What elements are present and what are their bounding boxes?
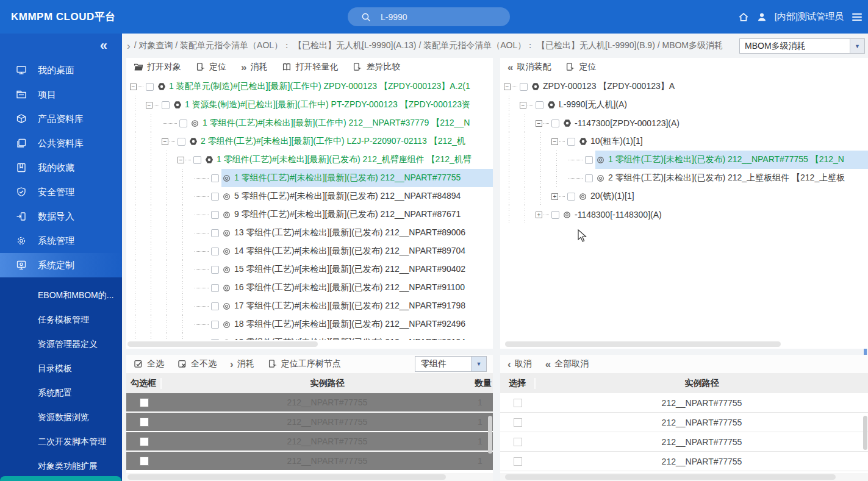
toolbar-button[interactable]: 定位工序树节点 [268, 358, 341, 369]
tree-node-content[interactable]: 17 零组件(工艺)#[未检出][最新](已发布) 212__NPART#917… [221, 297, 493, 315]
global-search[interactable] [348, 7, 510, 26]
node-label[interactable]: 2 零组件(工艺)#[未检出][最新](工作中) LZJ-P-220907-02… [201, 136, 465, 147]
toolbar-button[interactable]: 定位 [196, 62, 226, 73]
node-checkbox[interactable] [211, 339, 219, 341]
tree-row[interactable]: 15 零组件(工艺)#[未检出][最新](已发布) 212__NPART#904… [130, 260, 493, 279]
row-checkbox[interactable] [140, 437, 149, 446]
table-row[interactable]: 212__NPART#77755 [500, 413, 868, 432]
node-label[interactable]: 1 零组件(工艺)#[未检出][最新](已发布) 212__NPART#7775… [234, 173, 461, 183]
current-user-label[interactable]: [内部]测试管理员 [775, 11, 844, 23]
node-checkbox[interactable] [211, 174, 219, 182]
node-checkbox[interactable] [211, 302, 219, 310]
sidebar-subitem-5[interactable]: 资源数据浏览 [0, 405, 122, 430]
tree-row[interactable]: 1 零组件(工艺)#[未检出][最新](工作中) 212__NPART#3777… [130, 114, 493, 132]
tree-node-content[interactable]: 20(铣)(1)[1] [578, 187, 868, 205]
toolbar-button[interactable]: »消耗 [241, 62, 267, 73]
row-checkbox[interactable] [140, 418, 149, 427]
row-checkbox[interactable] [514, 418, 522, 427]
table-row[interactable]: 212__NPART#77755 1 [126, 452, 493, 471]
tree-row[interactable]: + -1148300[-1148300](A) [504, 205, 868, 224]
tree-node-content[interactable]: 1 装配单元(制造)#[已检出][最新](工作中) ZPDY-000123 【Z… [156, 77, 493, 96]
breadcrumb-chevron-icon[interactable]: › [127, 41, 131, 51]
collapse-toggle[interactable]: − [178, 157, 184, 163]
node-label[interactable]: 20(铣)(1)[1] [590, 191, 634, 202]
sidebar-item-7[interactable]: 系统管理 [0, 229, 122, 253]
collapse-toggle[interactable]: − [162, 138, 168, 145]
sidebar-item-5[interactable]: 安全管理 [0, 180, 122, 204]
node-checkbox[interactable] [211, 211, 219, 219]
tree-node-content[interactable]: 18 零组件(工艺)#[未检出][最新](已发布) 212__NPART#924… [221, 315, 493, 333]
tree-row[interactable]: 17 零组件(工艺)#[未检出][最新](已发布) 212__NPART#917… [130, 297, 493, 315]
tree-row[interactable]: 19 零组件(工艺)#[未检出][最新](已发布) 212__NPART#931… [130, 333, 493, 340]
tree-row[interactable]: − 1 零组件(工艺)#[未检出][最新](已发布) 212_机臂座组件 【21… [130, 151, 493, 169]
sidebar-subitem-4[interactable]: 系统配置 [0, 381, 122, 405]
table-row[interactable]: 212__NPART#77755 [500, 432, 868, 452]
tree-node-content[interactable]: 1 零组件(工艺)#[未检出][最新](已发布) 212__NPART#7775… [221, 169, 493, 187]
tree-node-content[interactable]: 13 零组件(工艺)#[未检出][最新](已发布) 212__NPART#890… [221, 224, 493, 242]
row-checkbox[interactable] [140, 398, 149, 407]
table-row[interactable]: 212__NPART#77755 [500, 393, 868, 413]
tree-node-content[interactable]: 10(粗车)(1)[1] [578, 132, 868, 151]
sidebar-item-4[interactable]: 我的收藏 [0, 155, 122, 180]
left-table-vscrollbar[interactable] [488, 416, 492, 454]
tree-row[interactable]: 13 零组件(工艺)#[未检出][最新](已发布) 212__NPART#890… [130, 224, 493, 242]
sidebar-item-0[interactable]: 我的桌面 [0, 58, 122, 82]
tree-row[interactable]: 16 零组件(工艺)#[未检出][最新](已发布) 212__NPART#911… [130, 279, 493, 297]
node-checkbox[interactable] [211, 321, 219, 329]
object-type-dropdown[interactable]: 零组件 ▼ [415, 356, 487, 372]
sidebar-subitem-0[interactable]: EBOM和MBOM的... [0, 283, 122, 308]
sidebar-subitem-7[interactable]: 对象类功能扩展 [0, 454, 122, 479]
node-checkbox[interactable] [211, 229, 219, 237]
node-checkbox[interactable] [193, 156, 201, 164]
tree-row[interactable]: − 1 装配单元(制造)#[已检出][最新](工作中) ZPDY-000123 … [130, 77, 493, 96]
sidebar-subitem-2[interactable]: 资源管理器定义 [0, 332, 122, 357]
tree-node-content[interactable]: 14 零组件(工艺)#[未检出][最新](已发布) 212__NPART#897… [221, 242, 493, 260]
node-checkbox[interactable] [211, 266, 219, 274]
node-label[interactable]: 13 零组件(工艺)#[未检出][最新](已发布) 212__NPART#890… [234, 227, 465, 238]
source-tree-hscrollbar[interactable] [127, 341, 318, 347]
tree-node-content[interactable]: 2 零组件(工艺)[未检出](已发布) 212_上壁板组件 【212_上壁板 [595, 169, 868, 187]
target-tree-hscrollbar[interactable] [505, 341, 781, 347]
node-label[interactable]: 1 零组件(工艺)#[未检出][最新](已发布) 212_机臂座组件 【212_… [217, 154, 472, 165]
node-checkbox[interactable] [585, 156, 593, 164]
tree-row[interactable]: 9 零组件(工艺)#[未检出][最新](已发布) 212__NPART#8767… [130, 205, 493, 224]
tree-row[interactable]: 1 零组件(工艺)[未检出](已发布) 212__NPART#77755 【21… [504, 151, 868, 169]
chevron-down-icon[interactable]: ▼ [850, 39, 864, 53]
toolbar-button[interactable]: 打开轻量化 [282, 62, 338, 73]
collapse-toggle[interactable]: − [504, 84, 511, 90]
node-checkbox[interactable] [536, 101, 543, 109]
node-label[interactable]: 1 零组件(工艺)#[未检出][最新](工作中) 212__NPART#3777… [203, 118, 470, 129]
tree-node-content[interactable]: 16 零组件(工艺)#[未检出][最新](已发布) 212__NPART#911… [221, 279, 493, 297]
tree-row[interactable]: 1 零组件(工艺)#[未检出][最新](已发布) 212__NPART#7775… [130, 169, 493, 187]
table-row[interactable]: 212__NPART#77755 1 [126, 413, 493, 432]
user-icon[interactable] [756, 12, 767, 23]
right-table-hscrollbar[interactable] [505, 474, 836, 480]
tree-node-content[interactable]: 9 零组件(工艺)#[未检出][最新](已发布) 212__NPART#8767… [221, 205, 493, 224]
sidebar-collapse[interactable]: « [0, 34, 122, 58]
row-checkbox[interactable] [140, 457, 149, 466]
collapse-toggle[interactable]: − [146, 102, 152, 109]
tree-row[interactable]: 2 零组件(工艺)[未检出](已发布) 212_上壁板组件 【212_上壁板 [504, 169, 868, 187]
tree-node-content[interactable]: 5 零组件(工艺)#[未检出][最新](已发布) 212__NPART#8489… [221, 187, 493, 205]
view-mode-dropdown[interactable]: MBOM多级消耗 ▼ [739, 38, 865, 54]
node-checkbox[interactable] [211, 284, 219, 292]
sidebar-subitem-3[interactable]: 目录模板 [0, 357, 122, 381]
node-label[interactable]: 2 零组件(工艺)[未检出](已发布) 212_上壁板组件 【212_上壁板 [608, 173, 845, 183]
toolbar-button[interactable]: «取消装配 [508, 62, 551, 73]
menu-icon[interactable] [852, 13, 862, 21]
expand-toggle[interactable]: + [551, 193, 558, 200]
tree-node-content[interactable]: 15 零组件(工艺)#[未检出][最新](已发布) 212__NPART#904… [221, 260, 493, 279]
node-label[interactable]: 19 零组件(工艺)#[未检出][最新](已发布) 212__NPART#931… [234, 337, 465, 340]
table-row[interactable]: 212__NPART#77755 1 [126, 432, 493, 452]
node-checkbox[interactable] [585, 174, 593, 182]
node-checkbox[interactable] [520, 83, 528, 91]
row-checkbox[interactable] [514, 399, 522, 407]
node-label[interactable]: ZPDY-000123 【ZPDY-000123】A [543, 81, 675, 92]
chevron-down-icon[interactable]: ▼ [471, 357, 486, 371]
sidebar-item-3[interactable]: 公共资料库 [0, 131, 122, 155]
sidebar-item-1[interactable]: 项目 [0, 82, 122, 107]
table-row[interactable]: 212__NPART#77755 [500, 452, 868, 471]
node-checkbox[interactable] [211, 193, 219, 201]
toolbar-button[interactable]: ›消耗 [230, 358, 254, 369]
left-table-hscrollbar[interactable] [127, 474, 446, 480]
